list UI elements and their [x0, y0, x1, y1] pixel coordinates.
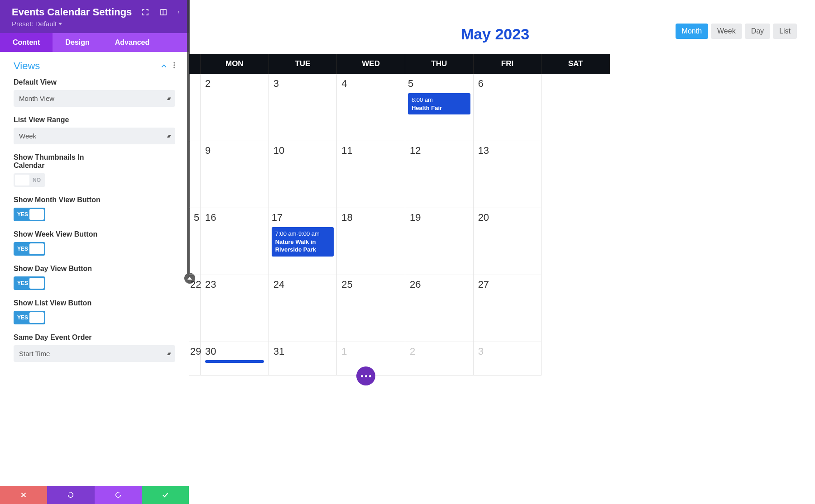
day-header-thu: THU	[405, 54, 473, 74]
thumbnails-toggle[interactable]: NO	[14, 173, 45, 187]
toggle-knob	[29, 243, 44, 254]
calendar-cell[interactable]: 2	[405, 342, 473, 376]
calendar-cell[interactable]: 3	[473, 342, 542, 376]
preset-dropdown[interactable]: Preset: Default	[12, 20, 132, 28]
calendar-cell[interactable]: 6	[473, 74, 542, 141]
calendar-cell[interactable]: 26	[405, 275, 473, 342]
view-month-button[interactable]: Month	[676, 24, 708, 39]
select-arrows-icon: ▴▾	[167, 351, 170, 357]
calendar-cell[interactable]: 31	[268, 342, 337, 376]
calendar-cell[interactable]: 24	[268, 275, 337, 342]
redo-button[interactable]	[95, 486, 142, 504]
view-switcher: Month Week Day List	[676, 24, 797, 39]
toggle-knob	[15, 175, 29, 185]
toggle-knob	[29, 312, 44, 323]
view-list-button[interactable]: List	[773, 24, 797, 39]
tab-bar: Content Design Advanced	[0, 33, 189, 52]
calendar-cell[interactable]: 17 7:00 am-9:00 am Nature Walk in Rivers…	[268, 208, 337, 275]
calendar-cell[interactable]: 27	[473, 275, 542, 342]
svg-point-1	[178, 12, 179, 12]
caret-down-icon	[58, 22, 62, 26]
preset-label: Preset: Default	[12, 20, 57, 28]
check-icon	[162, 491, 169, 499]
svg-point-4	[173, 64, 175, 66]
select-arrows-icon: ▴▾	[167, 133, 170, 139]
calendar-cell[interactable]: 18	[337, 208, 405, 275]
calendar-cell[interactable]: 16	[201, 208, 269, 275]
show-day-toggle[interactable]: YES	[14, 276, 45, 290]
panel-body: Views Default View Month View ▴▾ List Vi…	[0, 52, 189, 486]
day-header-sat: SAT	[542, 54, 610, 74]
calendar-cell[interactable]: 10	[268, 141, 337, 208]
show-month-label: Show Month View Button	[14, 196, 175, 204]
default-view-select[interactable]: Month View ▴▾	[14, 90, 175, 107]
event-health-fair[interactable]: 8:00 am Health Fair	[408, 93, 470, 114]
calendar-cell[interactable]: 13	[473, 141, 542, 208]
expand-icon[interactable]	[141, 8, 149, 16]
tab-content[interactable]: Content	[0, 33, 53, 52]
columns-icon[interactable]	[159, 8, 168, 16]
calendar-cell[interactable]: 9	[201, 141, 269, 208]
svg-point-2	[178, 13, 179, 13]
day-header-fri: FRI	[473, 54, 542, 74]
toggle-knob	[29, 278, 44, 289]
calendar-cell[interactable]	[189, 141, 201, 208]
calendar-cell[interactable]: 23	[201, 275, 269, 342]
calendar-cell[interactable]: 2	[201, 74, 269, 141]
tab-design[interactable]: Design	[53, 33, 102, 52]
calendar-title: May 2023	[461, 25, 529, 43]
tab-advanced[interactable]: Advanced	[102, 33, 162, 52]
more-vertical-icon[interactable]	[177, 8, 180, 16]
list-range-label: List View Range	[14, 116, 175, 124]
calendar-cell[interactable]: 20	[473, 208, 542, 275]
save-button[interactable]	[142, 486, 189, 504]
calendar-cell[interactable]: 5 8:00 am Health Fair	[405, 74, 473, 141]
calendar-cell[interactable]: 25	[337, 275, 405, 342]
close-icon	[20, 491, 27, 499]
view-day-button[interactable]: Day	[745, 24, 770, 39]
calendar-cell[interactable]: 3	[268, 74, 337, 141]
list-range-select[interactable]: Week ▴▾	[14, 128, 175, 144]
calendar-cell[interactable]: 11	[337, 141, 405, 208]
svg-point-5	[173, 67, 175, 69]
event-partial[interactable]	[205, 360, 264, 363]
calendar-cell[interactable]	[189, 74, 201, 141]
same-day-label: Same Day Event Order	[14, 333, 175, 342]
calendar-cell[interactable]: 4	[337, 74, 405, 141]
toggle-knob	[29, 209, 44, 220]
show-day-label: Show Day View Button	[14, 265, 175, 273]
section-title: Views	[14, 60, 40, 72]
section-more-icon[interactable]	[173, 62, 175, 70]
show-week-toggle[interactable]: YES	[14, 242, 45, 256]
show-list-label: Show List View Button	[14, 299, 175, 307]
day-header-tue: TUE	[268, 54, 337, 74]
panel-header: Events Calendar Settings Preset: Default	[0, 0, 189, 33]
cancel-button[interactable]	[0, 486, 47, 504]
default-view-label: Default View	[14, 78, 175, 86]
day-header-mon: MON	[201, 54, 269, 74]
calendar-cell[interactable]: 29	[189, 342, 201, 376]
undo-icon	[67, 491, 74, 499]
show-list-toggle[interactable]: YES	[14, 311, 45, 324]
same-day-select[interactable]: Start Time ▴▾	[14, 345, 175, 362]
show-month-toggle[interactable]: YES	[14, 208, 45, 221]
view-week-button[interactable]: Week	[711, 24, 742, 39]
section-header[interactable]: Views	[14, 60, 175, 72]
undo-button[interactable]	[47, 486, 94, 504]
day-header-partial	[189, 54, 201, 74]
calendar-cell[interactable]: 22	[189, 275, 201, 342]
calendar-cell[interactable]: 12	[405, 141, 473, 208]
svg-point-3	[173, 62, 175, 64]
day-header-wed: WED	[337, 54, 405, 74]
select-arrows-icon: ▴▾	[167, 95, 170, 101]
calendar-cell[interactable]: 19	[405, 208, 473, 275]
panel-footer	[0, 486, 189, 504]
event-nature-walk[interactable]: 7:00 am-9:00 am Nature Walk in Riverside…	[272, 227, 334, 257]
chevron-up-icon[interactable]	[161, 63, 167, 69]
calendar-cell[interactable]: 30	[201, 342, 269, 376]
calendar-cell[interactable]: 5	[189, 208, 201, 275]
module-actions-fab[interactable]	[356, 366, 375, 385]
settings-panel: Events Calendar Settings Preset: Default…	[0, 0, 189, 504]
calendar-preview: May 2023 Month Week Day List MON TUE WED…	[189, 0, 815, 504]
show-week-label: Show Week View Button	[14, 230, 175, 238]
